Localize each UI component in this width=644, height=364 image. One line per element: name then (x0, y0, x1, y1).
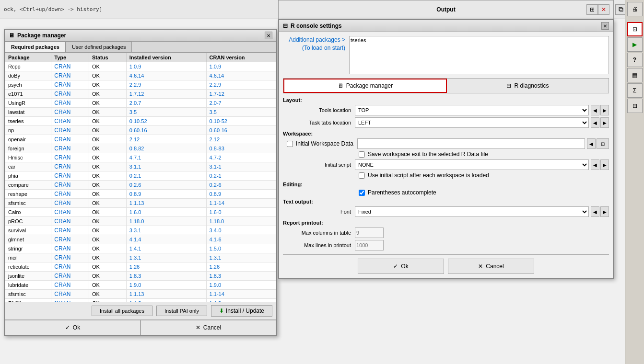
col-type: Type (51, 53, 89, 62)
workspace-nav-btns: ◀ ⊡ (587, 138, 609, 149)
pkg-cancel-btn[interactable]: ✕ Cancel (141, 320, 276, 335)
sidebar-table-btn[interactable]: ▦ (627, 68, 643, 82)
table-row[interactable]: pROCCRANOK1.18.01.18.0 (5, 217, 276, 226)
max-columns-input[interactable]: 9 (355, 228, 384, 238)
script-next-btn[interactable]: ▶ (600, 159, 609, 170)
table-row[interactable]: openairCRANOK2.122.12 (5, 135, 276, 144)
install-update-btn[interactable]: ⬇ Install / Update (211, 305, 272, 317)
table-row[interactable]: sfsmiscCRANOK1.1.131.1-14 (5, 290, 276, 299)
pkg-table: Package Type Status Installed version CR… (5, 53, 276, 302)
save-workspace-row: Save workspace exit to the selected R Da… (283, 151, 609, 158)
pkg-manager-close[interactable]: ✕ (265, 32, 272, 39)
col-package: Package (5, 53, 51, 62)
table-row[interactable]: UsingRCRANOK2.0.72.0-7 (5, 99, 276, 108)
initial-workspace-check[interactable] (287, 141, 293, 147)
additional-packages-link[interactable]: Additional packages > (To load on start) (283, 36, 345, 52)
r-diag-icon: ⊟ (506, 82, 511, 89)
max-lines-label: Max lines in printout (283, 242, 355, 248)
workspace-section-label: Workspace: (283, 131, 609, 136)
additional-pkgs-section: Additional packages > (To load on start)… (283, 36, 609, 74)
settings-ok-btn[interactable]: ✓ Ok (358, 259, 444, 274)
table-row[interactable]: CairoCRANOK1.6.01.6-0 (5, 208, 276, 217)
script-prev-btn[interactable]: ◀ (591, 159, 599, 170)
tools-next-btn[interactable]: ▶ (600, 105, 609, 115)
max-columns-label: Max columns in table (283, 230, 355, 236)
task-nav-btns: ◀ ▶ (591, 117, 609, 128)
install-pai-btn[interactable]: Install PAI only (156, 306, 207, 316)
table-row[interactable]: survivalCRANOK3.3.13.4-0 (5, 226, 276, 235)
editing-section-label: Editing: (283, 182, 609, 187)
table-row[interactable]: e1071CRANOK1.7.121.7-12 (5, 90, 276, 99)
sidebar-print-btn[interactable]: 🖨 (627, 2, 643, 16)
table-row[interactable]: reshapeCRANOK0.8.90.8.9 (5, 190, 276, 199)
table-row[interactable]: sfsmiscCRANOK1.1.131.1-14 (5, 199, 276, 208)
output-window: Output ⊞ ✕ (278, 0, 614, 19)
font-select[interactable]: Fixed Monospace Courier (355, 206, 589, 217)
tab-required-packages[interactable]: Required packages (5, 42, 66, 52)
pkg-manager-icon: 🖥 (9, 32, 14, 39)
max-lines-input[interactable] (355, 240, 384, 250)
cancel-x-icon: ✕ (196, 324, 200, 331)
save-workspace-check[interactable] (359, 151, 365, 158)
initial-script-select[interactable]: NONE (355, 159, 589, 170)
table-row[interactable]: compareCRANOK0.2.60.2-6 (5, 181, 276, 190)
task-tabs-select[interactable]: LEFT RIGHT TOP BOTTOM (355, 117, 589, 128)
initial-workspace-input[interactable] (357, 138, 585, 149)
sidebar-active-btn[interactable]: ⊡ (627, 22, 643, 36)
tools-location-label: Tools location (283, 107, 355, 113)
r-console-settings-dialog: ⊟ R console settings ✕ Additional packag… (278, 19, 614, 279)
sidebar-help-btn[interactable]: ? (627, 53, 643, 67)
parentheses-row: Parentheses autocomplete (283, 189, 609, 196)
pkg-ok-btn[interactable]: ✓ Ok (5, 320, 141, 335)
settings-cancel-btn[interactable]: ✕ Cancel (448, 259, 534, 274)
tools-prev-btn[interactable]: ◀ (591, 105, 599, 115)
table-row[interactable]: reticulateCRANOK1.261.26 (5, 262, 276, 272)
font-next-btn[interactable]: ▶ (600, 206, 609, 217)
additional-pkgs-textarea[interactable]: tseries (349, 36, 609, 74)
table-row[interactable]: doByCRANOK4.6.144.6.14 (5, 71, 276, 80)
pkg-table-container[interactable]: Package Type Status Installed version CR… (5, 53, 276, 302)
parentheses-check[interactable] (359, 190, 365, 196)
table-row[interactable]: jsonliteCRANOK1.8.31.8.3 (5, 272, 276, 281)
use-initial-script-check[interactable] (359, 172, 365, 179)
tab-user-defined-packages[interactable]: User defined packages (66, 42, 132, 52)
task-prev-btn[interactable]: ◀ (591, 117, 599, 128)
task-tabs-label: Task tabs location (283, 120, 355, 125)
install-all-btn[interactable]: Install all packages (92, 306, 152, 316)
workspace-browse-btn[interactable]: ⊡ (597, 138, 609, 149)
table-row[interactable]: phiaCRANOK0.2.10.2-1 (5, 171, 276, 181)
tools-nav-btns: ◀ ▶ (591, 105, 609, 115)
right-sidebar: 🖨 ⊡ ▶ ? ▦ Σ ⊟ (625, 0, 644, 364)
sidebar-sigma-btn[interactable]: Σ (627, 83, 643, 98)
pkg-manager-action-btn[interactable]: 🖥 Package manager (283, 79, 447, 93)
table-row[interactable]: foreignCRANOK0.8.820.8-83 (5, 144, 276, 153)
parentheses-label: Parentheses autocomplete (368, 189, 436, 196)
table-row[interactable]: npCRANOK0.60.160.60-16 (5, 126, 276, 135)
table-row[interactable]: psychCRANOK2.2.92.2.9 (5, 80, 276, 90)
table-row[interactable]: tseriesCRANOK0.10.520.10-52 (5, 117, 276, 126)
sidebar-run-btn[interactable]: ▶ (627, 37, 643, 52)
table-row[interactable]: HmiscCRANOK4.7.14.7-2 (5, 153, 276, 162)
r-diagnostics-btn[interactable]: ⊟ R diagnostics (447, 79, 609, 93)
pkg-ok-cancel-bar: ✓ Ok ✕ Cancel (5, 319, 276, 335)
max-columns-row: Max columns in table 9 (283, 228, 609, 238)
table-row[interactable]: carCRANOK3.1.13.1-1 (5, 162, 276, 171)
table-row[interactable]: lubridateCRANOK1.9.01.9.0 (5, 281, 276, 290)
table-row[interactable]: glmnetCRANOK4.1.44.1-6 (5, 235, 276, 244)
output-close-btn[interactable]: ✕ (598, 4, 609, 15)
table-row[interactable]: lawstatCRANOK3.53.5 (5, 108, 276, 117)
font-nav-btns: ◀ ▶ (591, 206, 609, 217)
col-status: Status (89, 53, 126, 62)
col-installed: Installed version (126, 53, 206, 62)
task-next-btn[interactable]: ▶ (600, 117, 609, 128)
table-row[interactable]: mcrCRANOK1.3.11.3.1 (5, 253, 276, 262)
output-title: Output (436, 6, 455, 13)
tools-location-select[interactable]: TOP BOTTOM LEFT RIGHT (355, 105, 589, 115)
output-copy-btn[interactable]: ⊞ (586, 4, 598, 15)
settings-close-btn[interactable]: ✕ (601, 22, 609, 30)
table-row[interactable]: stringrCRANOK1.4.11.5.0 (5, 244, 276, 253)
table-row[interactable]: RcppCRANOK1.0.91.0.9 (5, 62, 276, 71)
workspace-prev-btn[interactable]: ◀ (587, 138, 596, 149)
sidebar-bottom-btn[interactable]: ⊟ (627, 99, 643, 113)
font-prev-btn[interactable]: ◀ (591, 206, 599, 217)
